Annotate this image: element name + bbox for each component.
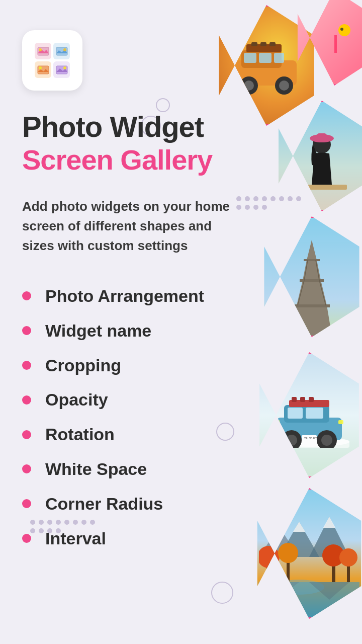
bullet-icon — [22, 499, 31, 508]
svg-marker-77 — [259, 582, 299, 597]
circle-decoration-4 — [211, 582, 233, 604]
list-item: Rotation — [22, 424, 340, 445]
list-item: Photo Arrangement — [22, 286, 340, 306]
features-list: Photo Arrangement Widget name Cropping O… — [22, 286, 340, 548]
list-item: White Space — [22, 459, 340, 479]
list-item: Interval — [22, 528, 340, 549]
list-item: Cropping — [22, 355, 340, 376]
feature-label: Interval — [45, 528, 106, 549]
app-title-main: Photo Widget — [22, 111, 340, 143]
list-item: Corner Radius — [22, 494, 340, 514]
bullet-icon — [22, 430, 31, 439]
list-item: Opacity — [22, 389, 340, 410]
bullet-icon — [22, 326, 31, 335]
bullet-icon — [22, 395, 31, 405]
bullet-icon — [22, 291, 31, 300]
list-item: Widget name — [22, 320, 340, 341]
feature-label: Rotation — [45, 424, 115, 445]
app-title-sub: Screen Gallery — [22, 143, 340, 177]
feature-label: Photo Arrangement — [45, 286, 204, 306]
feature-label: White Space — [45, 459, 147, 479]
app-description: Add photo widgets on your home screen of… — [22, 197, 233, 256]
bullet-icon — [22, 534, 31, 543]
feature-label: Cropping — [45, 355, 121, 376]
bullet-icon — [22, 361, 31, 370]
feature-label: Widget name — [45, 320, 151, 341]
bullet-icon — [22, 464, 31, 473]
feature-label: Corner Radius — [45, 494, 163, 514]
feature-label: Opacity — [45, 389, 108, 410]
